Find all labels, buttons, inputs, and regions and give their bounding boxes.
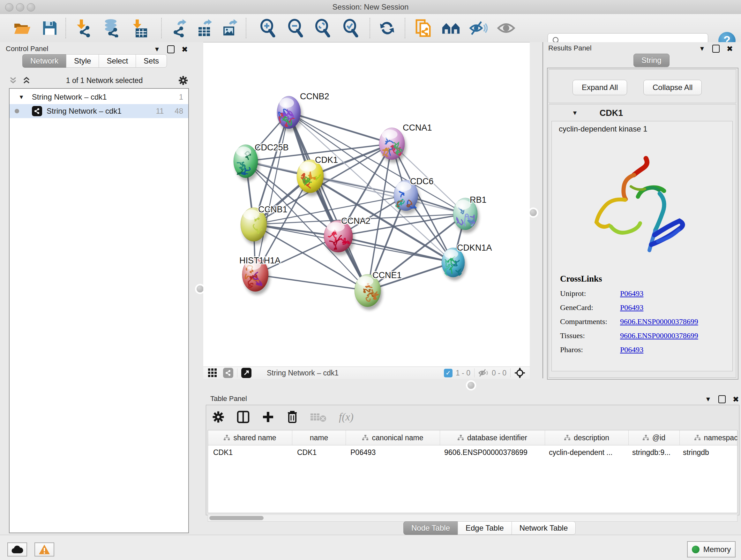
crosslink-value-link[interactable]: 9606.ENSP00000378699 [620, 317, 698, 326]
tab-network-table[interactable]: Network Table [512, 521, 576, 535]
table-cell[interactable]: stringdb:9... [627, 445, 678, 459]
network-node-CCNB2[interactable] [277, 96, 300, 129]
birds-eye-view-icon[interactable] [515, 368, 525, 378]
import-network-file-button[interactable] [75, 18, 93, 38]
collapse-panel-icon[interactable]: ▼ [705, 395, 711, 403]
crosslink-value-link[interactable]: 9606.ENSP00000378699 [620, 331, 698, 340]
network-row-selected[interactable]: String Network – cdk1 11 48 [10, 104, 188, 118]
table-cell[interactable]: P06493 [345, 445, 439, 459]
zoom-fit-button[interactable] [313, 18, 332, 38]
import-network-database-button[interactable] [102, 18, 121, 38]
show-network-overview-button[interactable] [442, 18, 460, 38]
node-table[interactable]: shared namenamecanonical namedatabase id… [208, 430, 738, 513]
show-hidden-button[interactable] [497, 18, 515, 38]
zoom-in-button[interactable] [259, 18, 277, 38]
column-header-description[interactable]: description [545, 430, 629, 445]
open-session-button[interactable] [13, 18, 31, 38]
collapse-all-chevron-icon[interactable] [9, 77, 17, 84]
network-edge-CCNB2-HIST1H1A[interactable] [255, 112, 289, 274]
network-collection-row[interactable]: ▼ String Network – cdk1 1 [10, 90, 188, 104]
table-row[interactable]: CDK1CDK1P064939606.ENSP00000378699cyclin… [208, 445, 737, 459]
column-header-@id[interactable]: @id [629, 430, 680, 445]
table-cell[interactable]: CDK1 [208, 445, 292, 459]
delete-column-trash-icon[interactable] [286, 410, 298, 424]
tab-style[interactable]: Style [66, 54, 98, 68]
column-header-canonical-name[interactable]: canonical name [346, 430, 440, 445]
float-panel-icon[interactable] [712, 45, 720, 53]
add-column-icon[interactable] [262, 411, 274, 423]
tab-sets[interactable]: Sets [136, 54, 167, 68]
export-network-button[interactable] [170, 18, 188, 38]
gene-collapse-triangle-icon[interactable]: ▼ [572, 110, 578, 117]
crosslink-value-link[interactable]: P06493 [620, 346, 643, 354]
network-edge-CDK1-RB1[interactable] [310, 176, 465, 214]
detach-view-icon[interactable] [241, 368, 252, 378]
left-splitter[interactable] [197, 42, 203, 535]
tab-edge-table[interactable]: Edge Table [458, 521, 512, 535]
table-cell[interactable]: 9606.ENSP00000378699 [439, 445, 544, 459]
save-session-button[interactable] [41, 18, 59, 38]
column-header-database-identifier[interactable]: database identifier [440, 430, 545, 445]
grid-mode-icon[interactable] [208, 368, 217, 378]
hide-selected-button[interactable] [469, 18, 488, 38]
expand-all-button[interactable]: Expand All [572, 80, 627, 95]
table-cell[interactable]: stringdb [678, 445, 738, 459]
tab-node-table[interactable]: Node Table [403, 521, 458, 535]
splitter-handle[interactable] [197, 286, 204, 293]
network-edge-CCNA2-CDKN1A[interactable] [338, 236, 453, 262]
close-panel-icon[interactable]: ✖ [733, 396, 739, 402]
apply-layout-button[interactable] [378, 18, 396, 38]
splitter-handle[interactable] [530, 209, 537, 216]
crosslink-value-link[interactable]: P06493 [620, 289, 643, 298]
gene-header-row[interactable]: ▼ CDK1 [549, 106, 736, 120]
tab-select[interactable]: Select [98, 54, 136, 68]
collapse-panel-icon[interactable]: ▼ [154, 46, 160, 53]
import-table-file-button[interactable] [130, 18, 148, 38]
gene-tree: ▼ CDK1 cyclin-dependent kinase 1 [549, 104, 736, 378]
table-cell[interactable]: cyclin-dependent ... [544, 445, 627, 459]
tab-string[interactable]: String [633, 54, 670, 67]
float-panel-icon[interactable] [718, 395, 726, 403]
float-panel-icon[interactable] [167, 45, 175, 53]
table-horizontal-scrollbar[interactable] [208, 515, 738, 522]
table-options-gear-icon[interactable] [212, 411, 225, 423]
clone-network-button[interactable] [414, 18, 432, 38]
collapse-all-button[interactable]: Collapse All [643, 80, 702, 95]
horizontal-splitter[interactable] [203, 378, 741, 393]
network-node-CDC25B[interactable] [233, 145, 258, 178]
collection-expand-triangle-icon[interactable]: ▼ [18, 94, 24, 101]
export-table-button[interactable] [195, 18, 214, 38]
network-edge-CCNB2-CCNA1[interactable] [289, 112, 392, 144]
zoom-out-button[interactable] [286, 18, 305, 38]
hidden-eye-slash-icon[interactable] [478, 369, 489, 377]
warning-icon [39, 544, 50, 555]
column-header-name[interactable]: name [292, 430, 346, 445]
splitter-handle[interactable] [468, 382, 475, 389]
column-header-namespace[interactable]: namespace [680, 430, 738, 445]
scrollbar-thumb[interactable] [209, 516, 264, 520]
zoom-selected-button[interactable] [341, 18, 360, 38]
expand-all-chevron-icon[interactable] [22, 77, 30, 84]
selected-nodes-checkbox[interactable]: ✓ [444, 369, 453, 377]
network-icon-gray[interactable] [223, 368, 233, 378]
close-panel-icon[interactable]: ✖ [727, 46, 733, 52]
network-edge-CCNE1-HIST1H1A[interactable] [255, 274, 367, 291]
cloud-button[interactable] [7, 543, 27, 557]
close-panel-icon[interactable]: ✖ [182, 46, 188, 53]
warnings-button[interactable] [35, 543, 54, 557]
crosslink-value-link[interactable]: P06493 [620, 303, 643, 312]
node-label-CCNE1: CCNE1 [373, 270, 402, 280]
network-canvas[interactable]: CCNB2CCNA1CDC25BCDK1CDC6RB1CCNB1CCNA2CDK… [203, 43, 530, 367]
export-image-button[interactable] [220, 18, 239, 38]
network-node-CCNA1[interactable] [379, 128, 405, 160]
select-columns-icon[interactable] [237, 411, 250, 423]
network-edge-CCNB2-CCNE1[interactable] [289, 112, 367, 291]
memory-button[interactable]: Memory [687, 541, 736, 557]
table-cell[interactable]: CDK1 [292, 445, 345, 459]
column-header-shared-name[interactable]: shared name [208, 430, 292, 445]
string-network-graph[interactable]: CCNB2CCNA1CDC25BCDK1CDC6RB1CCNB1CCNA2CDK… [203, 43, 530, 367]
tab-network[interactable]: Network [22, 54, 66, 68]
network-options-gear-icon[interactable] [178, 75, 188, 85]
collapse-panel-icon[interactable]: ▼ [699, 45, 705, 52]
right-splitter[interactable] [530, 42, 542, 378]
